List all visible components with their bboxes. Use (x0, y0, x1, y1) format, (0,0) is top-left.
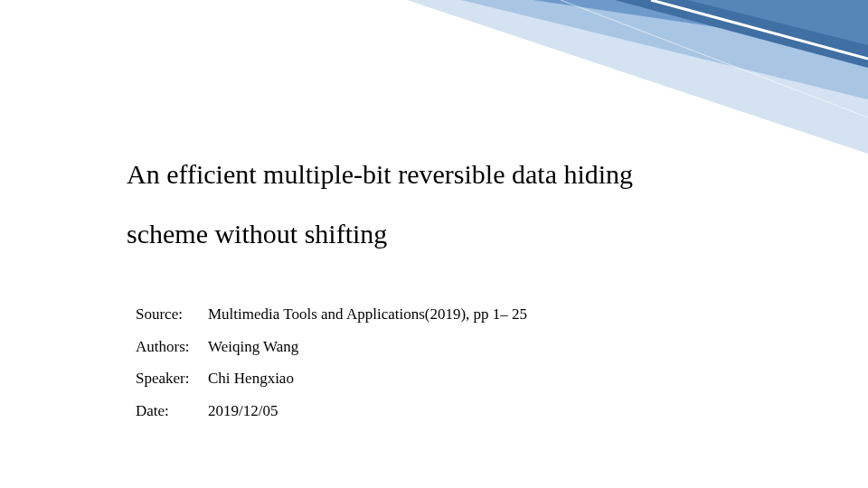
date-label: Date: (136, 395, 208, 427)
metadata-block: Source: Multimedia Tools and Application… (136, 298, 527, 427)
title-line-1: An efficient multiple-bit reversible dat… (127, 159, 633, 189)
authors-value: Weiqing Wang (208, 331, 527, 363)
source-value: Multimedia Tools and Applications(2019),… (208, 298, 527, 331)
svg-line-5 (651, 0, 868, 59)
title-line-2: scheme without shifting (127, 219, 387, 249)
source-label: Source: (136, 298, 208, 331)
speaker-label: Speaker: (136, 362, 208, 395)
authors-row: Authors: Weiqing Wang (136, 331, 527, 363)
source-row: Source: Multimedia Tools and Application… (136, 298, 527, 331)
speaker-value: Chi Hengxiao (208, 362, 527, 395)
slide-title: An efficient multiple-bit reversible dat… (127, 145, 760, 264)
svg-line-6 (561, 0, 868, 117)
svg-marker-2 (533, 0, 868, 136)
svg-marker-4 (687, 0, 868, 45)
svg-marker-3 (615, 0, 868, 68)
date-value: 2019/12/05 (208, 395, 527, 427)
speaker-row: Speaker: Chi Hengxiao (136, 362, 527, 395)
authors-label: Authors: (136, 331, 208, 363)
date-row: Date: 2019/12/05 (136, 395, 527, 427)
